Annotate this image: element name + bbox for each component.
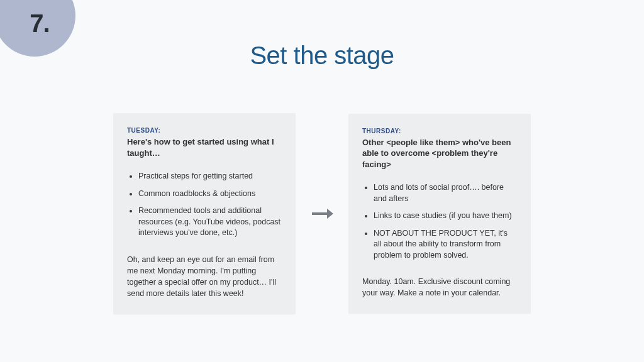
bullet-item: Links to case studies (if you have them): [374, 211, 517, 222]
card-footer: Oh, and keep an eye out for an email fro…: [127, 254, 282, 300]
bullet-item: Recommended tools and additional resourc…: [138, 206, 282, 239]
card-day-label: THURSDAY:: [362, 128, 517, 134]
bullet-item: Practical steps for getting started: [138, 171, 282, 182]
arrow-right-icon: [309, 207, 335, 220]
page-title: Set the stage: [0, 41, 644, 70]
page-number: 7.: [30, 9, 49, 38]
card-tuesday: TUESDAY: Here's how to get started using…: [113, 113, 296, 314]
bullet-item: NOT ABOUT THE PRODUCT YET, it's all abou…: [374, 228, 517, 261]
card-footer: Monday. 10am. Exclusive discount coming …: [362, 276, 517, 299]
bullet-item: Common roadblocks & objections: [138, 189, 282, 200]
card-heading: Other <people like them> who've been abl…: [362, 137, 517, 170]
card-thursday: THURSDAY: Other <people like them> who'v…: [348, 114, 531, 314]
svg-marker-1: [327, 209, 333, 219]
card-bullets: Lots and lots of social proof…. before a…: [362, 182, 517, 261]
card-heading: Here's how to get started using what I t…: [127, 136, 282, 158]
card-bullets: Practical steps for getting started Comm…: [127, 171, 282, 239]
bullet-item: Lots and lots of social proof…. before a…: [374, 182, 517, 204]
card-day-label: TUESDAY:: [127, 127, 282, 134]
cards-row: TUESDAY: Here's how to get started using…: [0, 113, 644, 314]
